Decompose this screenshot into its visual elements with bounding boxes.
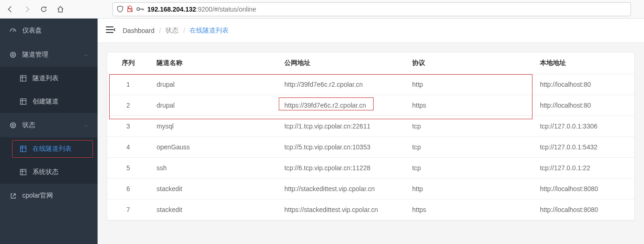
svg-rect-16 (20, 169, 26, 175)
cell-local: http://localhost:8080 (532, 179, 634, 199)
home-button[interactable] (54, 3, 67, 16)
sidebar-item-tunnel-list[interactable]: 隧道列表 (0, 67, 98, 90)
cell-name: mysql (149, 116, 277, 137)
gauge-icon (9, 27, 17, 34)
sidebar-item-online-tunnels[interactable]: 在线隧道列表 (0, 137, 98, 161)
svg-rect-8 (20, 99, 26, 104)
cell-name: stackedit (149, 179, 277, 199)
col-name-header: 隧道名称 (149, 52, 277, 74)
svg-rect-13 (20, 146, 26, 152)
cell-public[interactable]: https://39fd7e6c.r2.cpolar.cn (277, 95, 405, 116)
url-port: :9200 (196, 6, 212, 13)
sidebar-item-label: 在线隧道列表 (33, 145, 72, 153)
table-row: 7stackedithttps://stackedittest.vip.cpol… (107, 199, 634, 220)
external-link-icon (9, 192, 17, 199)
svg-point-4 (12, 54, 14, 56)
breadcrumb-current: 在线隧道列表 (190, 26, 229, 35)
cell-public[interactable]: tcp://5.tcp.vip.cpolar.cn:10353 (277, 137, 405, 158)
col-seq-header: 序列 (107, 52, 149, 74)
sidebar-item-label: 状态 (22, 121, 35, 129)
url-host: 192.168.204.132 (147, 6, 196, 13)
cell-seq: 1 (107, 74, 149, 95)
cell-proto: http (405, 179, 532, 199)
col-public-header: 公网地址 (277, 52, 405, 74)
svg-rect-5 (20, 76, 26, 81)
browser-toolbar: 192.168.204.132:9200/#/status/online (0, 0, 644, 19)
cell-proto: tcp (405, 137, 532, 158)
cell-proto: http (405, 74, 532, 95)
breadcrumb-sep: / (159, 27, 161, 34)
url-path: /#/status/online (212, 6, 256, 13)
url-bar[interactable]: 192.168.204.132:9200/#/status/online (112, 2, 631, 16)
cell-local: http://localhost:80 (532, 95, 634, 116)
sidebar: 仪表盘 隧道管理 ︿ 隧道列表 创建隧道 状态 ︿ 在线隧道列表 系统状态 (0, 19, 98, 244)
sidebar-item-label: cpolar官网 (22, 192, 53, 200)
sidebar-item-label: 隧道列表 (33, 74, 59, 83)
table-icon (20, 145, 27, 153)
table-icon (20, 168, 27, 176)
key-icon (136, 6, 145, 12)
svg-line-2 (13, 30, 14, 32)
cell-name: stackedit (149, 199, 277, 220)
menu-toggle-icon[interactable] (106, 26, 115, 35)
tunnel-table: 序列 隧道名称 公网地址 协议 本地地址 1drupalhttp://39fd7… (107, 52, 635, 221)
sidebar-item-status[interactable]: 状态 ︿ (0, 113, 98, 137)
sidebar-item-system-status[interactable]: 系统状态 (0, 161, 98, 184)
cell-public[interactable]: tcp://6.tcp.vip.cpolar.cn:11228 (277, 158, 405, 179)
reload-button[interactable] (37, 3, 50, 16)
forward-button[interactable] (20, 3, 33, 16)
circle-notch-icon (9, 122, 17, 129)
svg-point-12 (12, 124, 14, 126)
cell-public[interactable]: http://stackedittest.vip.cpolar.cn (277, 179, 405, 199)
table-icon (20, 98, 27, 105)
breadcrumb-mid[interactable]: 状态 (165, 26, 178, 35)
sidebar-item-tunnel-mgmt[interactable]: 隧道管理 ︿ (0, 43, 98, 67)
cell-name: openGauss (149, 137, 277, 158)
table-row: 4openGausstcp://5.tcp.vip.cpolar.cn:1035… (107, 137, 634, 158)
table-row: 1drupalhttp://39fd7e6c.r2.cpolar.cnhttph… (107, 74, 634, 95)
table-row: 3mysqltcp://1.tcp.vip.cpolar.cn:22611tcp… (107, 116, 634, 137)
cell-proto: tcp (405, 116, 532, 137)
sidebar-item-cpolar-site[interactable]: cpolar官网 (0, 184, 98, 208)
cell-seq: 4 (107, 137, 149, 158)
cell-seq: 6 (107, 179, 149, 199)
cell-seq: 3 (107, 116, 149, 137)
breadcrumb: Dashboard / 状态 / 在线隧道列表 (123, 26, 229, 35)
back-button[interactable] (4, 3, 17, 16)
cell-public[interactable]: https://stackedittest.vip.cpolar.cn (277, 199, 405, 220)
cell-public[interactable]: tcp://1.tcp.vip.cpolar.cn:22611 (277, 116, 405, 137)
cell-local: http://localhost:80 (532, 74, 634, 95)
svg-point-1 (137, 8, 140, 11)
cell-proto: tcp (405, 158, 532, 179)
sidebar-item-label: 隧道管理 (22, 51, 48, 59)
breadcrumb-root[interactable]: Dashboard (123, 27, 155, 34)
chevron-up-icon: ︿ (84, 122, 88, 128)
cell-seq: 5 (107, 158, 149, 179)
cell-local: http://localhost:8080 (532, 199, 634, 220)
col-local-header: 本地地址 (532, 52, 634, 74)
circle-notch-icon (9, 51, 17, 58)
url-text: 192.168.204.132:9200/#/status/online (147, 6, 627, 13)
cell-local: tcp://127.0.0.1:22 (532, 158, 634, 179)
chevron-up-icon: ︿ (84, 51, 88, 58)
sidebar-item-label: 创建隧道 (33, 97, 59, 106)
sidebar-item-label: 仪表盘 (22, 26, 42, 35)
col-proto-header: 协议 (405, 52, 532, 74)
cell-proto: https (405, 199, 532, 220)
topbar: Dashboard / 状态 / 在线隧道列表 (98, 19, 644, 43)
cell-name: drupal (149, 95, 277, 116)
table-row: 5sshtcp://6.tcp.vip.cpolar.cn:11228tcptc… (107, 158, 634, 179)
url-icons (117, 6, 145, 13)
sidebar-item-tunnel-create[interactable]: 创建隧道 (0, 90, 98, 113)
cell-proto: https (405, 95, 532, 116)
content-area: Dashboard / 状态 / 在线隧道列表 序列 隧道名称 公网地址 协议 … (98, 19, 644, 244)
table-header-row: 序列 隧道名称 公网地址 协议 本地地址 (107, 52, 634, 74)
sidebar-item-dashboard[interactable]: 仪表盘 (0, 19, 98, 43)
sidebar-item-label: 系统状态 (33, 168, 59, 176)
table-row: 6stackedithttp://stackedittest.vip.cpola… (107, 179, 634, 199)
table-icon (20, 75, 27, 82)
cell-local: tcp://127.0.0.1:3306 (532, 116, 634, 137)
table-row: 2drupalhttps://39fd7e6c.r2.cpolar.cnhttp… (107, 95, 634, 116)
cell-name: ssh (149, 158, 277, 179)
cell-public[interactable]: http://39fd7e6c.r2.cpolar.cn (277, 74, 405, 95)
